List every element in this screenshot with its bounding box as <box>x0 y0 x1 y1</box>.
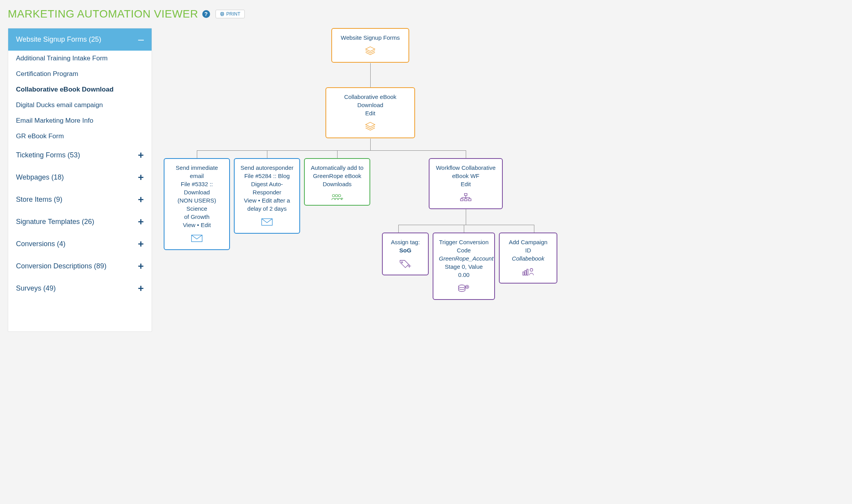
expand-icon <box>138 241 144 247</box>
svg-rect-18 <box>460 199 463 201</box>
accordion-header-signature-templates[interactable]: Signature Templates (26) <box>8 211 152 233</box>
collapse-icon <box>138 37 144 42</box>
view-link[interactable]: View <box>244 197 256 204</box>
svg-point-8 <box>335 194 338 197</box>
accordion-header-surveys[interactable]: Surveys (49) <box>8 277 152 300</box>
tag-plus-icon <box>388 258 422 269</box>
expand-icon <box>138 197 144 202</box>
accordion-label: Conversion Descriptions (89) <box>16 262 106 270</box>
node-root[interactable]: Website Signup Forms <box>331 28 409 63</box>
svg-point-31 <box>530 269 533 271</box>
node-trigger-conversion[interactable]: Trigger Conversion Code GreenRope_Accoun… <box>433 233 495 300</box>
node-line: Send autoresponder <box>240 164 294 172</box>
svg-point-9 <box>338 194 341 197</box>
print-button[interactable]: PRINT <box>216 10 245 18</box>
sidebar-item-additional-training[interactable]: Additional Training Intake Form <box>8 51 152 66</box>
envelope-icon <box>240 217 294 227</box>
connector <box>370 63 371 87</box>
action-sep: • <box>197 222 201 228</box>
svg-marker-4 <box>366 122 375 127</box>
people-chart-icon <box>505 266 551 277</box>
node-italic: Collabebook <box>512 255 544 262</box>
node-title: Website Signup Forms <box>338 33 403 42</box>
node-assign-tag[interactable]: Assign tag: SoG <box>382 233 429 275</box>
svg-rect-19 <box>465 199 467 201</box>
expand-icon <box>138 219 144 224</box>
node-line: eBook WF <box>435 172 497 180</box>
node-line: Trigger Conversion <box>439 238 489 246</box>
node-line: Code <box>439 246 489 254</box>
accordion-header-webpages[interactable]: Webpages (18) <box>8 166 152 189</box>
accordion-header-store-items[interactable]: Store Items (9) <box>8 189 152 211</box>
node-line: Send immediate email <box>170 164 224 180</box>
stack-icon <box>332 121 409 132</box>
node-line: (NON USERS) Science <box>170 196 224 213</box>
connector <box>466 207 466 225</box>
connector <box>370 139 371 150</box>
connector <box>197 150 197 158</box>
svg-rect-12 <box>465 194 467 196</box>
svg-point-21 <box>401 262 403 263</box>
accordion-header-website-signup-forms[interactable]: Website Signup Forms (25) <box>8 28 152 51</box>
accordion-label: Conversions (4) <box>16 240 65 248</box>
sidebar-item-collaborative-ebook[interactable]: Collaborative eBook Download <box>8 82 152 97</box>
connector <box>337 150 338 158</box>
connector <box>398 225 399 233</box>
edit-link[interactable]: Edit <box>365 110 375 116</box>
edit-link[interactable]: Edit <box>201 222 211 228</box>
accordion-label: Store Items (9) <box>16 196 62 204</box>
edit-link[interactable]: Edit <box>262 197 272 204</box>
node-line: File #5332 :: Download <box>170 180 224 196</box>
help-icon[interactable]: ? <box>202 10 210 18</box>
sidebar-item-certification-program[interactable]: Certification Program <box>8 66 152 82</box>
view-link[interactable]: View <box>183 222 195 228</box>
accordion-header-conversions[interactable]: Conversions (4) <box>8 233 152 255</box>
svg-rect-30 <box>527 269 528 275</box>
connector <box>267 150 267 158</box>
print-icon <box>220 12 224 16</box>
svg-rect-20 <box>468 199 471 201</box>
svg-point-24 <box>458 285 465 288</box>
accordion-header-conversion-descriptions[interactable]: Conversion Descriptions (89) <box>8 255 152 277</box>
node-line: Workflow Collaborative <box>435 164 497 172</box>
group-plus-icon <box>310 192 364 203</box>
workflow-diagram: Website Signup Forms Collaborative eBook… <box>164 28 844 332</box>
node-line: Automatically add to <box>310 164 364 172</box>
node-italic: GreenRope_Account <box>439 255 493 262</box>
accordion-label: Webpages (18) <box>16 173 64 182</box>
node-immediate-email[interactable]: Send immediate email File #5332 :: Downl… <box>164 158 230 250</box>
sidebar: Website Signup Forms (25) Additional Tra… <box>8 28 152 332</box>
coins-icon <box>439 283 489 294</box>
action-sep: • <box>258 197 262 204</box>
node-level1[interactable]: Collaborative eBook Download Edit <box>325 87 415 138</box>
accordion-label: Website Signup Forms (25) <box>16 35 101 44</box>
accordion-label: Ticketing Forms (53) <box>16 151 80 159</box>
node-line: of Growth <box>170 213 224 221</box>
node-sub: Stage 0, Value 0.00 <box>439 263 489 279</box>
node-autoresponder[interactable]: Send autoresponder File #5284 :: Blog Di… <box>234 158 300 234</box>
expand-icon <box>138 286 144 291</box>
node-add-campaign-id[interactable]: Add Campaign ID Collabebook <box>499 233 557 284</box>
accordion-header-ticketing-forms[interactable]: Ticketing Forms (53) <box>8 144 152 166</box>
envelope-icon <box>170 233 224 244</box>
expand-icon <box>138 175 144 180</box>
sidebar-item-gr-ebook-form[interactable]: GR eBook Form <box>8 129 152 144</box>
node-title: Collaborative eBook Download <box>332 93 409 109</box>
node-workflow[interactable]: Workflow Collaborative eBook WF Edit <box>429 158 503 209</box>
svg-rect-28 <box>523 272 524 275</box>
org-icon <box>435 192 497 203</box>
expand-icon <box>138 264 144 269</box>
node-line: File #5284 :: Blog <box>240 172 294 180</box>
sidebar-item-email-marketing-more-info[interactable]: Email Marketing More Info <box>8 113 152 129</box>
page-title: MARKETING AUTOMATION VIEWER <box>8 8 198 20</box>
expand-icon <box>138 153 144 158</box>
svg-point-7 <box>332 194 335 197</box>
accordion-label: Surveys (49) <box>16 284 56 293</box>
connector <box>398 225 534 225</box>
connector <box>464 225 464 233</box>
node-auto-add-group[interactable]: Automatically add to GreenRope eBook Dow… <box>304 158 370 206</box>
edit-link[interactable]: Edit <box>461 181 471 187</box>
sidebar-item-digital-ducks[interactable]: Digital Ducks email campaign <box>8 97 152 113</box>
node-line: Downloads <box>310 180 364 188</box>
node-line: Assign tag: SoG <box>388 238 422 254</box>
